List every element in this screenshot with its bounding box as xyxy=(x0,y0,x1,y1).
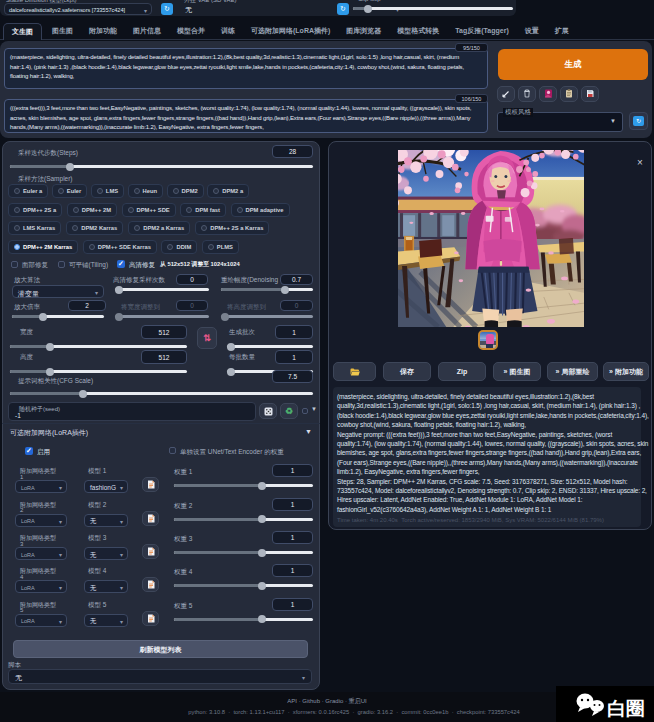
svg-text:白圈: 白圈 xyxy=(607,698,645,719)
